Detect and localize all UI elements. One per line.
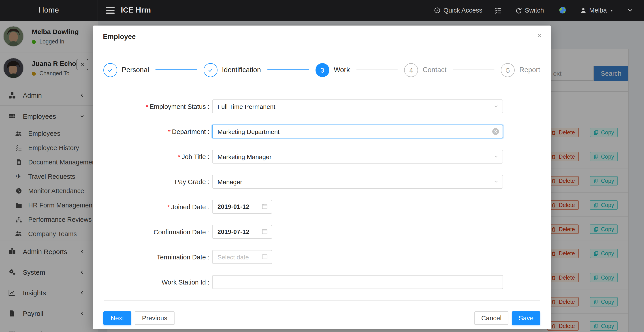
switch-user-button[interactable]: Switch [515,7,544,14]
pay-grade-select[interactable]: Manager [212,175,503,189]
date-placeholder: Select date [218,253,249,261]
field-label: Job Title : [182,153,210,160]
field-label: Pay Grade : [175,178,210,185]
step-work[interactable]: 3 Work [315,63,350,77]
compass-icon [434,7,441,14]
form-row-work-station-id: Work Station Id : [93,275,551,289]
calendar-icon [261,228,268,235]
job-title-select[interactable]: Marketing Manager [212,150,503,163]
check-icon [107,67,114,73]
switch-label: Switch [525,7,544,14]
user-silhouette-icon [580,7,586,14]
work-station-id-input[interactable] [212,275,503,289]
work-form: *Employment Status : Full Time Permanent… [93,99,551,289]
step-connector [267,69,309,70]
step-identification[interactable]: Identification [204,63,261,77]
step-connector [453,69,494,70]
calendar-icon [261,253,268,260]
form-row-job-title: *Job Title : Marketing Manager [93,150,551,163]
field-label: Joined Date : [171,203,210,210]
form-row-department: *Department : Marketing Department × [93,124,551,138]
hamburger-menu-icon[interactable] [106,7,114,14]
calendar-icon [261,203,268,210]
step-personal[interactable]: Personal [104,63,149,77]
form-row-termination-date: Termination Date : Select date [93,250,551,264]
department-select[interactable]: Marketing Department [212,124,503,138]
collapse-navbar-chevron-icon[interactable] [627,7,633,14]
home-label: Home [39,6,59,15]
field-label: Employment Status : [150,103,210,110]
step-contact[interactable]: 4 Contact [404,63,447,77]
user-name-label: Melba [589,7,607,14]
navbar-right-cluster: Quick Access Switch Melba [434,0,634,21]
home-nav-section[interactable]: Home [0,0,98,21]
form-row-joined-date: *Joined Date : 2019-01-12 [93,200,551,214]
chevron-down-icon [494,154,498,159]
step-connector [356,69,398,70]
app-screen: Home ICE Hrm Quick Access Switch Melba [0,0,644,332]
check-icon [207,67,214,73]
step-report[interactable]: 5 Report [501,63,540,77]
modal-header: Employee [93,26,551,48]
save-button[interactable]: Save [512,311,540,325]
required-mark: * [146,103,148,110]
required-mark: * [168,128,170,135]
steps-wizard: Personal Identification 3 Work 4 Contact… [104,56,540,83]
field-label: Termination Date : [157,253,210,261]
caret-down-icon [610,8,614,12]
quick-access-button[interactable]: Quick Access [434,7,482,14]
form-row-employment-status: *Employment Status : Full Time Permanent [93,99,551,113]
field-label: Department : [172,128,210,135]
modal-footer: Next Previous Cancel Save [93,301,551,325]
chevron-down-icon [494,179,498,184]
field-label: Confirmation Date : [154,228,210,235]
modal-title: Employee [103,33,136,41]
required-mark: * [178,153,180,160]
chevron-down-icon [494,104,498,109]
next-button[interactable]: Next [104,311,131,325]
employment-status-select[interactable]: Full Time Permanent [212,99,503,113]
quick-access-label: Quick Access [444,7,482,14]
field-label: Work Station Id : [162,278,210,286]
task-list-icon[interactable] [494,7,502,14]
clear-selection-icon[interactable]: × [492,128,499,135]
employee-modal: Employee Personal Identification 3 Work … [93,26,551,329]
form-row-confirmation-date: Confirmation Date : 2019-07-12 [93,225,551,239]
switch-arrow-icon [515,7,522,14]
step-connector [155,69,197,70]
form-row-pay-grade: Pay Grade : Manager [93,175,551,189]
required-mark: * [168,203,170,210]
top-navbar: Home ICE Hrm Quick Access Switch Melba [0,0,644,21]
previous-button[interactable]: Previous [135,311,174,325]
modal-close-icon[interactable] [536,32,543,39]
app-brand-title: ICE Hrm [121,6,151,15]
cancel-button[interactable]: Cancel [474,311,508,325]
language-globe-icon[interactable] [558,6,566,14]
user-menu[interactable]: Melba [580,7,614,14]
